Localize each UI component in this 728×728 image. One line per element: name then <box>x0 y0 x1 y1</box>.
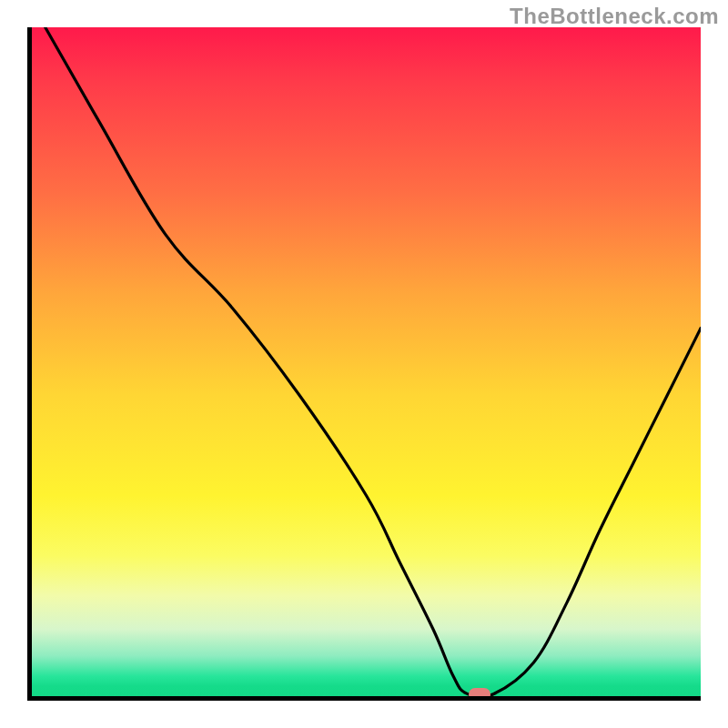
watermark-text: TheBottleneck.com <box>510 4 719 29</box>
chart-container: TheBottleneck.com <box>0 0 728 728</box>
optimum-marker <box>469 688 490 701</box>
bottleneck-curve <box>32 27 701 696</box>
plot-area <box>27 27 701 701</box>
curve-path <box>46 27 701 696</box>
